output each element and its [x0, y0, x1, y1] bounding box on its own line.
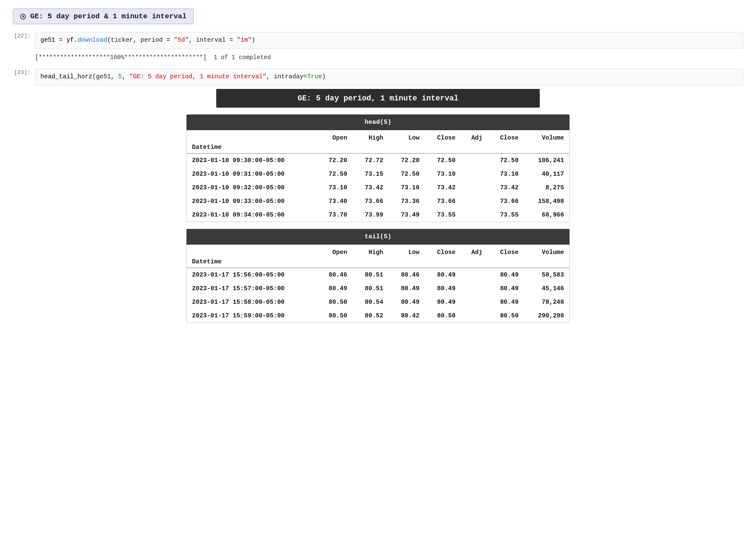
head-col-header-row: Open High Low Close Adj Close Volume: [187, 130, 569, 143]
tail-row0-low: 80.46: [389, 268, 425, 282]
head-row3-volume: 158,498: [524, 194, 569, 208]
head-row4-close: 73.55: [424, 208, 461, 222]
tail-row2-open: 80.50: [316, 295, 352, 309]
head-col-low: Low: [389, 130, 425, 143]
head-row4-datetime: 2023-01-10 09:34:00-05:00: [187, 208, 316, 222]
table-row: 2023-01-10 09:30:00-05:00 72.20 72.72 72…: [187, 153, 569, 167]
tail-row1-adj: [461, 282, 487, 295]
head-row2-low: 73.10: [389, 181, 425, 194]
code-yf: yf: [66, 37, 74, 43]
code-paren1: (ticker, period: [107, 37, 166, 43]
head-row3-close: 73.66: [424, 194, 461, 208]
tail-col-close: Close: [424, 245, 461, 257]
tail-row3-open: 80.50: [316, 309, 352, 323]
head-row3-open: 73.40: [316, 194, 352, 208]
code-var-ge51: ge51: [40, 37, 55, 43]
table-row: 2023-01-17 15:56:00-05:00 80.46 80.51 80…: [187, 268, 569, 282]
tail-row2-datetime: 2023-01-17 15:58:00-05:00: [187, 295, 316, 309]
head-col-high: High: [352, 130, 389, 143]
head-row4-adj: [461, 208, 487, 222]
table-row: 2023-01-10 09:31:00-05:00 72.59 73.15 72…: [187, 167, 569, 181]
code-output-22: [********************100%***************…: [35, 52, 743, 63]
tail-row3-volume: 290,298: [524, 309, 569, 323]
head-table-wrapper: Open High Low Close Adj Close Volume Dat…: [186, 130, 570, 222]
head-row4-low: 73.49: [389, 208, 425, 222]
head-row2-volume: 8,275: [524, 181, 569, 194]
head-row1-close: 73.10: [424, 167, 461, 181]
head-row0-open: 72.20: [316, 153, 352, 167]
head-col-volume: Volume: [524, 130, 569, 143]
head-row2-high: 73.42: [352, 181, 389, 194]
tail-datetime-label-row: Datetime: [187, 257, 569, 268]
code-block-22[interactable]: ge51 = yf.download(ticker, period = "5d"…: [35, 32, 743, 49]
tail-row0-volume: 58,583: [524, 268, 569, 282]
head-row0-volume: 106,241: [524, 153, 569, 167]
tail-row2-low: 80.49: [389, 295, 425, 309]
head-row1-adj: [461, 167, 487, 181]
head-row0-adjclose: 72.50: [487, 153, 524, 167]
tail-row1-close: 80.49: [424, 282, 461, 295]
head-row3-low: 73.36: [389, 194, 425, 208]
head-row3-datetime: 2023-01-10 09:33:00-05:00: [187, 194, 316, 208]
tail-row0-datetime: 2023-01-17 15:56:00-05:00: [187, 268, 316, 282]
tail-row2-close: 80.49: [424, 295, 461, 309]
tail-row2-volume: 78,248: [524, 295, 569, 309]
code-kw-true: True: [307, 73, 322, 80]
tail-row2-high: 80.54: [352, 295, 389, 309]
head-col-adjclose: Close: [487, 130, 524, 143]
head-row1-low: 72.50: [389, 167, 425, 181]
head-row0-low: 72.20: [389, 153, 425, 167]
output-section: GE: 5 day period, 1 minute interval head…: [13, 89, 743, 323]
tail-table: Open High Low Close Adj Close Volume Dat…: [187, 245, 569, 323]
tail-row0-open: 80.46: [316, 268, 352, 282]
tail-col-volume: Volume: [524, 245, 569, 257]
title-banner-text: GE: 5 day period & 1 minute interval: [30, 12, 186, 20]
tail-row3-datetime: 2023-01-17 15:59:00-05:00: [187, 309, 316, 323]
head-row1-high: 73.15: [352, 167, 389, 181]
head-table-container: head(5) Open High Low Close Adj Close Vo…: [186, 114, 570, 222]
head-row0-adj: [461, 153, 487, 167]
head-col-open: Open: [316, 130, 352, 143]
tail-row0-high: 80.51: [352, 268, 389, 282]
code-func: head_tail_horz: [40, 73, 92, 80]
tail-row0-close: 80.49: [424, 268, 461, 282]
code-str-title: "GE: 5 day period, 1 minute interval": [129, 73, 266, 80]
table-row: 2023-01-10 09:34:00-05:00 73.70 73.99 73…: [187, 208, 569, 222]
head-table: Open High Low Close Adj Close Volume Dat…: [187, 130, 569, 222]
tail-row0-adj: [461, 268, 487, 282]
tail-row2-adjclose: 80.49: [487, 295, 524, 309]
head-datetime-label-row: Datetime: [187, 143, 569, 154]
table-row: 2023-01-17 15:58:00-05:00 80.50 80.54 80…: [187, 295, 569, 309]
head-row1-open: 72.59: [316, 167, 352, 181]
tail-row1-volume: 45,146: [524, 282, 569, 295]
tail-row3-close: 80.50: [424, 309, 461, 323]
head-row2-close: 73.42: [424, 181, 461, 194]
code-block-23[interactable]: head_tail_horz(ge51, 5, "GE: 5 day perio…: [35, 68, 743, 86]
tail-row1-datetime: 2023-01-17 15:57:00-05:00: [187, 282, 316, 295]
tail-table-container: tail(5) Open High Low Close Adj Close Vo…: [186, 229, 570, 323]
title-banner: GE: 5 day period & 1 minute interval: [13, 9, 194, 24]
head-row4-adjclose: 73.55: [487, 208, 524, 222]
tail-col-adj: Adj: [461, 245, 487, 257]
head-col-close: Close: [424, 130, 461, 143]
tail-row1-high: 80.51: [352, 282, 389, 295]
code-dot: .: [74, 37, 77, 43]
code-cell-23: [23]: head_tail_horz(ge51, 5, "GE: 5 day…: [13, 68, 743, 86]
code-cell-22: [22]: ge51 = yf.download(ticker, period …: [13, 32, 743, 49]
tail-row0-adjclose: 80.49: [487, 268, 524, 282]
tail-col-adjclose: Close: [487, 245, 524, 257]
table-row: 2023-01-10 09:32:00-05:00 73.10 73.42 73…: [187, 181, 569, 194]
head-row4-open: 73.70: [316, 208, 352, 222]
tail-row3-adjclose: 80.50: [487, 309, 524, 323]
tail-section-header: tail(5): [186, 229, 570, 245]
code-assign: =: [59, 37, 63, 43]
tail-table-wrapper: Open High Low Close Adj Close Volume Dat…: [186, 245, 570, 323]
table-row: 2023-01-17 15:57:00-05:00 80.49 80.51 80…: [187, 282, 569, 295]
head-row2-adj: [461, 181, 487, 194]
head-row3-adjclose: 73.66: [487, 194, 524, 208]
tail-col-header-row: Open High Low Close Adj Close Volume: [187, 245, 569, 257]
tail-row3-low: 80.42: [389, 309, 425, 323]
table-row: 2023-01-17 15:59:00-05:00 80.50 80.52 80…: [187, 309, 569, 323]
tail-row2-adj: [461, 295, 487, 309]
head-row0-high: 72.72: [352, 153, 389, 167]
